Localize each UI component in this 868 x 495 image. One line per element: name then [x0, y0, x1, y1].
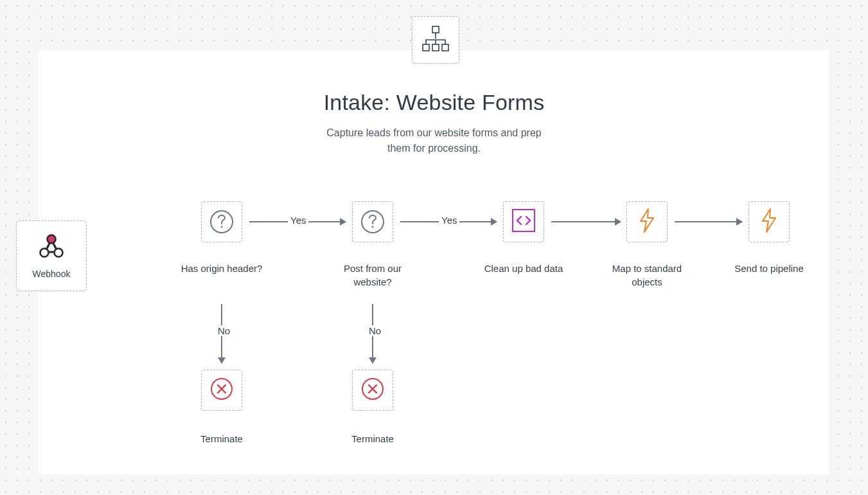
svg-point-8 [372, 226, 374, 228]
node-cleanup[interactable] [503, 201, 544, 242]
lightning-icon [761, 208, 777, 235]
node-terminate-1[interactable] [201, 370, 242, 411]
question-icon [210, 210, 233, 233]
svg-point-6 [55, 249, 63, 257]
node-terminate-2[interactable] [352, 370, 393, 411]
label-send: Send to pipeline [724, 262, 814, 275]
terminate-icon [361, 377, 384, 403]
svg-point-4 [48, 235, 56, 244]
label-terminate-1: Terminate [177, 432, 267, 446]
label-map: Map to standard objects [602, 262, 692, 289]
svg-rect-3 [442, 44, 448, 51]
lightning-icon [639, 208, 655, 235]
webhook-label: Webhook [33, 269, 71, 279]
svg-point-7 [221, 226, 223, 228]
node-decision-post[interactable] [352, 201, 393, 242]
node-send[interactable] [748, 201, 790, 242]
subtitle-line-2: them for processing. [387, 143, 481, 154]
label-cleanup: Clean up bad data [479, 262, 569, 275]
edge-label-no-2: No [366, 325, 384, 336]
svg-rect-2 [432, 44, 439, 51]
code-step-icon [512, 209, 535, 235]
org-chart-icon [422, 26, 449, 54]
svg-rect-9 [513, 210, 535, 231]
terminate-icon [210, 377, 233, 403]
subtitle-line-1: Capture leads from our website forms and… [326, 127, 541, 138]
edge-map-to-send [675, 221, 742, 222]
label-decision-origin: Has origin header? [177, 262, 267, 275]
label-decision-post: Post from our website? [328, 262, 418, 289]
edge-cleanup-to-map [551, 221, 621, 222]
edge-label-yes-1: Yes [288, 215, 308, 226]
label-terminate-2: Terminate [328, 432, 418, 446]
question-icon [361, 210, 384, 233]
svg-point-5 [40, 249, 49, 257]
webhook-icon [37, 233, 66, 264]
workflow-header-icon-box [412, 16, 459, 64]
svg-rect-1 [423, 44, 429, 51]
node-decision-origin[interactable] [201, 201, 242, 242]
edge-label-yes-2: Yes [439, 215, 459, 226]
workflow-title: Intake: Website Forms [0, 90, 868, 115]
edge-label-no-1: No [215, 325, 233, 336]
svg-rect-0 [432, 26, 439, 33]
node-webhook[interactable]: Webhook [16, 221, 87, 291]
node-map[interactable] [626, 201, 668, 242]
workflow-subtitle: Capture leads from our website forms and… [0, 125, 868, 156]
